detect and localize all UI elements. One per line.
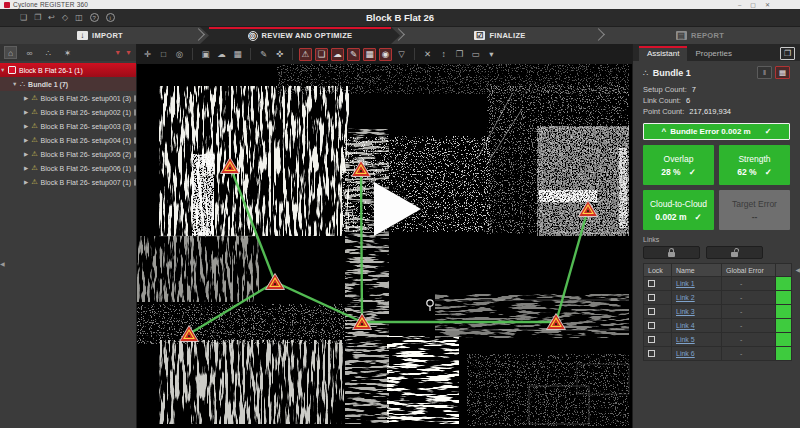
- link-name[interactable]: Link 5: [676, 336, 695, 343]
- registration-link[interactable]: [189, 282, 275, 334]
- caret-right-icon[interactable]: ▶: [24, 179, 28, 185]
- minimize-button[interactable]: –: [738, 2, 741, 8]
- pan-icon[interactable]: ✛: [141, 48, 154, 61]
- info-icon[interactable]: i: [106, 13, 115, 22]
- view-dropdown-icon[interactable]: ▾: [485, 48, 498, 61]
- unlock-all-links-button[interactable]: [706, 246, 763, 259]
- lock-checkbox[interactable]: [648, 350, 655, 357]
- setup-marker-icon[interactable]: [180, 326, 199, 342]
- folder-open-icon[interactable]: ❐: [34, 13, 41, 23]
- play-button[interactable]: [374, 182, 421, 236]
- tile-overlap[interactable]: Overlap28 %✓: [643, 145, 714, 185]
- window-select-icon[interactable]: □: [157, 48, 170, 61]
- links-col-header: [776, 264, 792, 277]
- global-error-value: -: [726, 350, 742, 357]
- panel-view-icon[interactable]: ▭: [469, 48, 482, 61]
- pin-filter-icon[interactable]: ◉: [379, 48, 392, 61]
- caret-right-icon[interactable]: ▶: [24, 137, 28, 143]
- help-icon[interactable]: ?: [90, 13, 99, 22]
- diamond-icon[interactable]: ◇: [62, 13, 68, 23]
- link-name[interactable]: Link 2: [676, 294, 695, 301]
- caret-right-icon[interactable]: ▶: [24, 95, 28, 101]
- lock-checkbox[interactable]: [648, 280, 655, 287]
- cloud-view-icon[interactable]: ☁: [215, 48, 228, 61]
- setup-marker-icon[interactable]: [266, 274, 285, 290]
- tab-assistant[interactable]: Assistant: [639, 46, 687, 61]
- workflow-step-finalize[interactable]: ☑FINALIZE: [400, 27, 600, 44]
- setup-marker-icon[interactable]: [579, 201, 598, 217]
- workflow-step-import[interactable]: ↓IMPORT: [0, 27, 200, 44]
- lock-all-links-button[interactable]: [643, 246, 700, 259]
- registration-link[interactable]: [556, 209, 588, 322]
- bundles-tab-icon[interactable]: ∴: [42, 46, 55, 59]
- link-name[interactable]: Link 1: [676, 280, 695, 287]
- camera-icon[interactable]: ▣: [199, 48, 212, 61]
- tag-filter-icon[interactable]: ❏: [315, 48, 328, 61]
- image-filter-icon[interactable]: ▦: [363, 48, 376, 61]
- location-pin-icon[interactable]: [427, 300, 433, 311]
- caret-right-icon[interactable]: ▶: [24, 151, 28, 157]
- tree-item-project[interactable]: ▼ Block B Flat 26-1 (1): [0, 63, 136, 77]
- caret-right-icon[interactable]: ▶: [24, 165, 28, 171]
- pen-filter-icon[interactable]: ✎: [347, 48, 360, 61]
- folder-icon[interactable]: ❏: [20, 13, 27, 23]
- tile-strength[interactable]: Strength62 %✓: [719, 145, 790, 185]
- tree-item-setup[interactable]: ▶⚠Block B Flat 26- setup006 (1): [0, 161, 136, 175]
- trash-icon[interactable]: ◫: [75, 13, 83, 23]
- back-icon[interactable]: ↩: [48, 13, 55, 23]
- registration-link[interactable]: [230, 166, 275, 282]
- grid-view-toggle[interactable]: ▦: [775, 66, 790, 79]
- setups-tab-icon[interactable]: ✶: [61, 46, 74, 59]
- registration-link[interactable]: [275, 282, 362, 322]
- warning-filter-icon[interactable]: ⚠: [299, 48, 312, 61]
- cloud-filter-icon[interactable]: ☁: [331, 48, 344, 61]
- sites-tab-icon[interactable]: ⌂: [4, 46, 17, 59]
- registration-link[interactable]: [361, 169, 362, 322]
- list-view-toggle[interactable]: ‖: [757, 66, 772, 79]
- caret-right-icon[interactable]: ▶: [24, 109, 28, 115]
- point-cloud-viewport[interactable]: [137, 64, 632, 428]
- lock-checkbox[interactable]: [648, 294, 655, 301]
- tree-item-setup[interactable]: ▶⚠Block B Flat 26- setup001 (3): [0, 91, 136, 105]
- tree-item-setup[interactable]: ▶⚠Block B Flat 26- setup003 (3): [0, 119, 136, 133]
- tile-target-error[interactable]: Target Error--: [719, 190, 790, 230]
- tab-properties[interactable]: Properties: [687, 46, 739, 61]
- workflow-step-review-and-optimize[interactable]: ◎REVIEW AND OPTIMIZE: [200, 27, 400, 44]
- setup-marker-icon[interactable]: [221, 158, 240, 174]
- close-button[interactable]: ✕: [765, 2, 770, 8]
- setup-marker-icon[interactable]: [352, 161, 371, 177]
- move-marker-icon[interactable]: ✜: [273, 48, 286, 61]
- link-name[interactable]: Link 6: [676, 350, 695, 357]
- links-tab-icon[interactable]: ∞: [23, 46, 36, 59]
- tree-item-setup[interactable]: ▶⚠Block B Flat 26- setup007 (1): [0, 175, 136, 189]
- lock-checkbox[interactable]: [648, 336, 655, 343]
- maximize-button[interactable]: ▢: [750, 2, 756, 8]
- tree-item-setup[interactable]: ▶⚠Block B Flat 26- setup005 (2): [0, 147, 136, 161]
- lock-checkbox[interactable]: [648, 308, 655, 315]
- image-view-icon[interactable]: ▦: [231, 48, 244, 61]
- workflow-step-report[interactable]: ▤REPORT: [600, 27, 800, 44]
- tree-item-setup[interactable]: ▶⚠Block B Flat 26- setup004 (1): [0, 133, 136, 147]
- caret-right-icon[interactable]: ▶: [24, 123, 28, 129]
- collapse-right-panel-arrow[interactable]: ◀: [795, 266, 800, 273]
- panel-layout-icon[interactable]: ❐: [780, 47, 795, 60]
- filter-a-icon[interactable]: ▼: [114, 49, 121, 56]
- zoom-area-icon[interactable]: ◎: [173, 48, 186, 61]
- funnel-icon[interactable]: ▽: [395, 48, 408, 61]
- layers-icon[interactable]: ❐: [453, 48, 466, 61]
- tree-item-bundle[interactable]: ▼ ∴ Bundle 1 (7): [0, 77, 136, 91]
- tile-cloud-to-cloud[interactable]: Cloud-to-Cloud0.002 m✓: [643, 190, 714, 230]
- collapse-left-panel-arrow[interactable]: ◀: [0, 260, 5, 267]
- lock-checkbox[interactable]: [648, 322, 655, 329]
- link-name[interactable]: Link 3: [676, 308, 695, 315]
- links-col-header: Name: [672, 264, 722, 277]
- caret-down-icon[interactable]: ▼: [0, 67, 5, 73]
- tree-item-setup[interactable]: ▶⚠Block B Flat 26- setup002 (1): [0, 105, 136, 119]
- filter-b-icon[interactable]: ▼: [125, 49, 132, 56]
- bundle-error-banner[interactable]: ^ Bundle Error 0.002 m ✓: [643, 123, 790, 140]
- link-name[interactable]: Link 4: [676, 322, 695, 329]
- split-view-icon[interactable]: ✕: [421, 48, 434, 61]
- measure-icon[interactable]: ✎: [257, 48, 270, 61]
- fit-view-icon[interactable]: ↕: [437, 48, 450, 61]
- caret-down-icon[interactable]: ▼: [12, 81, 17, 87]
